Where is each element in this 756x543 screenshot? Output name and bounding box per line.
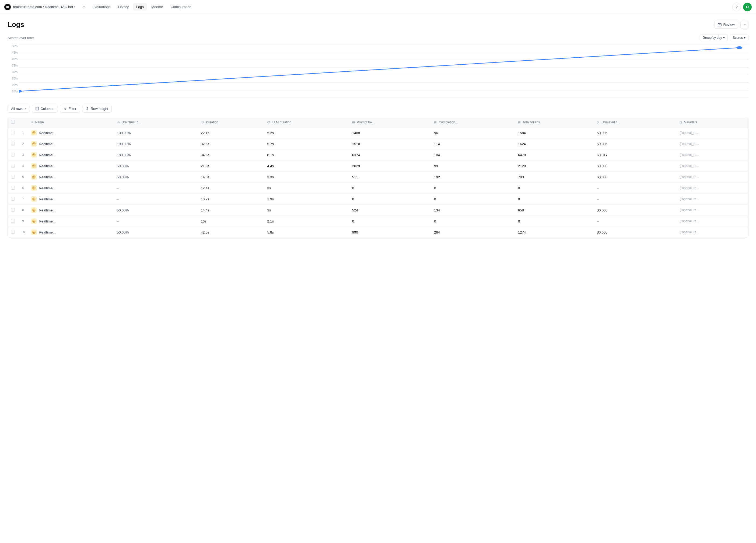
- filter-button[interactable]: Filter: [60, 105, 80, 113]
- row-total-tokens: 2128: [515, 160, 594, 171]
- check-target-icon: [32, 164, 36, 167]
- row-checkbox-cell[interactable]: [8, 138, 18, 149]
- row-checkbox[interactable]: [11, 230, 15, 234]
- svg-point-30: [33, 176, 34, 177]
- chevron-down-icon: ▾: [744, 36, 745, 40]
- row-total-tokens: 0: [515, 194, 594, 205]
- row-metadata: {"openai_re...: [677, 160, 748, 171]
- row-score: 100.00%: [114, 138, 198, 149]
- row-checkbox[interactable]: [11, 186, 15, 190]
- row-checkbox-cell[interactable]: [8, 216, 18, 227]
- logo: [4, 4, 11, 10]
- row-score: –: [114, 194, 198, 205]
- brand-label[interactable]: braintrustdata.com / Realtime RAG bot ▾: [13, 5, 76, 9]
- avatar[interactable]: O: [743, 3, 752, 11]
- row-name-icon: [31, 130, 37, 135]
- row-name[interactable]: Realtime...: [28, 138, 114, 149]
- more-options-button[interactable]: ⋯: [740, 21, 748, 29]
- row-checkbox-cell[interactable]: [8, 194, 18, 205]
- table-row[interactable]: 3 Realtime... 100.00% 34.5s 8.1s 6374 10…: [8, 149, 748, 160]
- row-checkbox[interactable]: [11, 197, 15, 201]
- row-metadata: {"openai_re...: [677, 138, 748, 149]
- select-all-checkbox[interactable]: [11, 120, 15, 124]
- nav-evaluations[interactable]: Evaluations: [89, 3, 114, 10]
- row-total-tokens: 0: [515, 216, 594, 227]
- home-icon[interactable]: ⌂: [81, 3, 87, 10]
- page-title: Logs: [8, 20, 24, 29]
- svg-point-12: [19, 90, 22, 93]
- row-prompt-tokens: 0: [349, 194, 431, 205]
- svg-rect-15: [37, 107, 38, 110]
- row-name[interactable]: Realtime...: [28, 205, 114, 216]
- row-prompt-tokens: 511: [349, 171, 431, 183]
- row-checkbox[interactable]: [11, 131, 15, 134]
- table-row[interactable]: 10 Realtime... 50.00% 42.5s 5.8s 990 284…: [8, 227, 748, 238]
- table-row[interactable]: 6 Realtime... – 12.4s 3s 0 0 0 –: [8, 183, 748, 194]
- row-llm-duration: 3s: [264, 183, 349, 194]
- check-target-icon: [32, 175, 36, 178]
- row-metadata: {"openai_re...: [677, 194, 748, 205]
- chart-section: Scores over time Group by day ▾ Scores ▾…: [8, 34, 748, 98]
- y-label-15: 15%: [8, 90, 18, 93]
- table-row[interactable]: 9 Realtime... – 16s 2.1s 0 0 0 –: [8, 216, 748, 227]
- scores-dropdown[interactable]: Scores ▾: [730, 34, 748, 41]
- row-height-button[interactable]: Row height: [82, 105, 112, 113]
- svg-point-38: [33, 220, 34, 222]
- row-checkbox-cell[interactable]: [8, 160, 18, 171]
- row-metadata: {"openai_re...: [677, 127, 748, 138]
- nav-configuration[interactable]: Configuration: [167, 3, 194, 10]
- table-row[interactable]: 7 Realtime... – 10.7s 1.9s 0 0 0 –: [8, 194, 748, 205]
- row-checkbox-cell[interactable]: [8, 227, 18, 238]
- row-checkbox-cell[interactable]: [8, 183, 18, 194]
- chart-controls: Group by day ▾ Scores ▾: [700, 34, 748, 41]
- y-label-40: 40%: [8, 57, 18, 61]
- table-row[interactable]: 8 Realtime... 50.00% 14.4s 3s 524 134 65…: [8, 205, 748, 216]
- row-checkbox[interactable]: [11, 153, 15, 156]
- row-cost: –: [594, 216, 677, 227]
- row-name[interactable]: Realtime...: [28, 194, 114, 205]
- row-name[interactable]: Realtime...: [28, 216, 114, 227]
- table-row[interactable]: 5 Realtime... 50.00% 14.3s 3.3s 511 192 …: [8, 171, 748, 183]
- row-metadata: {"openai_re...: [677, 149, 748, 160]
- row-llm-duration: 3s: [264, 205, 349, 216]
- row-prompt-tokens: 1510: [349, 138, 431, 149]
- group-by-day-dropdown[interactable]: Group by day ▾: [700, 34, 728, 41]
- row-number: 5: [18, 171, 28, 183]
- row-checkbox[interactable]: [11, 208, 15, 212]
- row-checkbox[interactable]: [11, 164, 15, 167]
- columns-button[interactable]: Columns: [32, 105, 58, 113]
- row-llm-duration: 5.7s: [264, 138, 349, 149]
- help-icon[interactable]: ?: [732, 3, 741, 11]
- all-rows-button[interactable]: All rows ▾: [8, 105, 30, 113]
- row-name[interactable]: Realtime...: [28, 127, 114, 138]
- table-row[interactable]: 1 Realtime... 100.00% 22.1s 5.2s 1488 96…: [8, 127, 748, 138]
- row-checkbox[interactable]: [11, 175, 15, 178]
- nav-monitor[interactable]: Monitor: [148, 3, 166, 10]
- nav-library[interactable]: Library: [115, 3, 132, 10]
- row-checkbox-cell[interactable]: [8, 171, 18, 183]
- row-llm-duration: 1.9s: [264, 194, 349, 205]
- table-header: ≡ Name % BraintrustR... ⏱ Duration ⏱ LLM…: [8, 117, 748, 127]
- check-target-icon: [32, 186, 36, 190]
- row-name[interactable]: Realtime...: [28, 149, 114, 160]
- nav-logs[interactable]: Logs: [133, 3, 147, 10]
- table-row[interactable]: 2 Realtime... 100.00% 32.5s 5.7s 1510 11…: [8, 138, 748, 149]
- row-name[interactable]: Realtime...: [28, 160, 114, 171]
- review-button[interactable]: Review: [714, 21, 738, 29]
- svg-point-36: [33, 209, 34, 210]
- row-checkbox-cell[interactable]: [8, 149, 18, 160]
- row-checkbox-cell[interactable]: [8, 205, 18, 216]
- table-row[interactable]: 4 Realtime... 50.00% 21.8s 4.4s 2029 99 …: [8, 160, 748, 171]
- row-checkbox[interactable]: [11, 142, 15, 145]
- row-total-tokens: 1584: [515, 127, 594, 138]
- row-number: 10: [18, 227, 28, 238]
- row-duration: 32.5s: [198, 138, 264, 149]
- row-name[interactable]: Realtime...: [28, 227, 114, 238]
- row-name[interactable]: Realtime...: [28, 183, 114, 194]
- svg-point-31: [33, 187, 35, 189]
- row-name[interactable]: Realtime...: [28, 171, 114, 183]
- toolbar: All rows ▾ Columns Filter: [8, 105, 748, 113]
- row-checkbox-cell[interactable]: [8, 127, 18, 138]
- select-all-header[interactable]: [8, 117, 18, 127]
- row-checkbox[interactable]: [11, 219, 15, 223]
